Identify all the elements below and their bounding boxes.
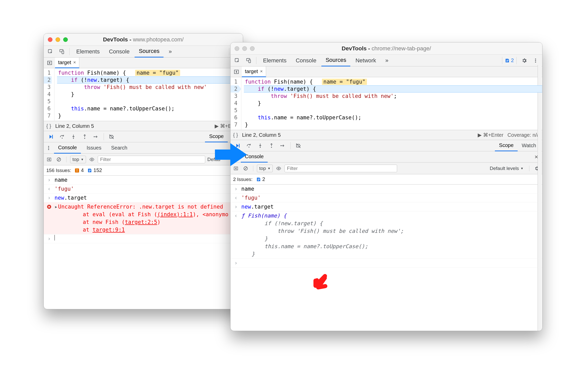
issues-label: 156 Issues: <box>46 168 71 173</box>
source-editor[interactable]: 1234567 function Fish(name) { name = "fu… <box>231 77 542 130</box>
pretty-print-icon[interactable]: { } <box>46 123 51 129</box>
svg-point-31 <box>535 62 536 63</box>
tab-elements[interactable]: Elements <box>72 46 104 58</box>
editor-code[interactable]: function Fish(name) { name = "fugu" if (… <box>55 68 243 121</box>
resume-icon[interactable] <box>46 132 56 142</box>
svg-point-35 <box>260 147 261 148</box>
console-output[interactable]: name 'fugu' new.target ▸Uncaught Referen… <box>44 176 243 243</box>
step-icon[interactable] <box>278 141 288 151</box>
drawer-tab-console[interactable]: Console <box>241 151 268 163</box>
inspect-element-icon[interactable] <box>232 55 242 66</box>
live-expression-icon[interactable] <box>275 163 282 174</box>
console-filter[interactable] <box>98 156 205 163</box>
tab-sources[interactable]: Sources <box>321 55 350 66</box>
drawer-menu-icon[interactable] <box>45 143 52 153</box>
kebab-menu-icon[interactable] <box>530 55 541 66</box>
step-out-icon[interactable] <box>266 141 277 151</box>
tab-more[interactable]: » <box>381 55 393 66</box>
tab-console[interactable]: Console <box>105 46 134 58</box>
issues-summary[interactable]: 2 Issues: 2 <box>231 174 542 185</box>
close-tab-icon[interactable]: × <box>73 60 76 65</box>
titlebar-right: DevTools - chrome://new-tab-page/ <box>231 42 542 55</box>
step-into-icon[interactable] <box>255 141 265 151</box>
live-expression-icon[interactable] <box>88 154 96 165</box>
devtools-main-toolbar: Elements Console Sources Network » 2 <box>231 55 542 66</box>
close-tab-icon[interactable]: × <box>260 69 263 74</box>
svg-point-13 <box>48 149 49 150</box>
svg-rect-45 <box>258 179 260 180</box>
source-editor[interactable]: 1234567 function Fish(name) { name = "fu… <box>44 68 243 121</box>
file-tab-target[interactable]: target × <box>242 66 266 77</box>
console-prompt-row[interactable] <box>44 234 243 243</box>
console-filter-input[interactable] <box>285 165 397 172</box>
svg-point-12 <box>48 147 49 148</box>
console-input-text: name <box>55 176 68 184</box>
tab-more[interactable]: » <box>165 46 176 58</box>
console-caret[interactable] <box>55 235 55 241</box>
drawer-tab-issues[interactable]: Issues <box>82 142 105 154</box>
device-toggle-icon[interactable] <box>243 55 254 66</box>
prompt-icon <box>46 235 52 243</box>
log-levels[interactable]: Default levels▼ <box>488 165 526 172</box>
clear-console-icon[interactable] <box>55 154 63 165</box>
svg-rect-33 <box>239 144 240 147</box>
cursor-position: Line 2, Column 5 <box>242 132 281 138</box>
step-over-icon[interactable] <box>57 132 67 142</box>
scope-tab[interactable]: Scope <box>205 131 228 142</box>
step-icon[interactable] <box>91 132 101 142</box>
prompt-icon <box>46 176 52 184</box>
device-toggle-icon[interactable] <box>57 47 67 57</box>
inspect-element-icon[interactable] <box>45 47 56 57</box>
console-error-row: ▸Uncaught ReferenceError: .new.target is… <box>44 202 243 234</box>
navigator-toggle-icon[interactable] <box>232 67 241 77</box>
settings-icon[interactable] <box>519 55 529 66</box>
issues-summary[interactable]: 156 Issues: 4 152 <box>44 165 243 176</box>
svg-point-37 <box>280 145 281 146</box>
info-count-badge[interactable]: 2 <box>505 58 514 63</box>
scope-tab[interactable]: Scope <box>495 140 518 151</box>
tab-sources[interactable]: Sources <box>135 46 164 58</box>
stack-link[interactable]: target:2:5 <box>125 219 157 225</box>
sources-subtabs: target × <box>44 58 243 68</box>
step-over-icon[interactable] <box>244 141 254 151</box>
console-prompt-row[interactable] <box>231 258 542 268</box>
tab-console[interactable]: Console <box>292 55 321 66</box>
console-controls: top▼ Default levels▼ <box>231 163 542 174</box>
context-selector[interactable]: top▼ <box>70 156 86 163</box>
drawer-menu-icon[interactable] <box>232 152 239 162</box>
clear-console-icon[interactable] <box>242 163 249 174</box>
log-levels[interactable]: Defau <box>207 157 220 162</box>
stack-link[interactable]: target:9:1 <box>93 227 125 233</box>
drawer-tab-search[interactable]: Search <box>107 142 131 154</box>
step-into-icon[interactable] <box>68 132 79 142</box>
navigator-toggle-icon[interactable] <box>45 58 54 68</box>
file-tab-target[interactable]: target × <box>55 58 79 68</box>
deactivate-breakpoints-icon[interactable] <box>106 132 117 142</box>
deactivate-breakpoints-icon[interactable] <box>293 141 303 151</box>
stack-link[interactable]: (index):1:1 <box>157 211 193 218</box>
coverage-label: Coverage: n/a <box>507 132 540 138</box>
drawer-tab-console[interactable]: Console <box>54 142 81 154</box>
resume-icon[interactable] <box>233 141 243 151</box>
svg-point-39 <box>235 156 236 157</box>
pretty-print-icon[interactable]: { } <box>233 132 238 138</box>
svg-point-9 <box>84 138 85 139</box>
svg-point-29 <box>535 59 536 60</box>
console-output[interactable]: name 'fugu' new.target ƒ Fish(name) { if… <box>231 185 542 268</box>
console-sidebar-toggle-icon[interactable] <box>45 154 53 165</box>
tab-elements[interactable]: Elements <box>259 55 291 66</box>
console-sidebar-toggle-icon[interactable] <box>232 163 240 174</box>
svg-rect-26 <box>506 60 508 60</box>
watch-tab[interactable]: Watch <box>518 140 540 151</box>
svg-point-43 <box>278 168 279 169</box>
tab-network[interactable]: Network <box>351 55 380 66</box>
svg-point-8 <box>73 138 74 139</box>
context-selector[interactable]: top▼ <box>257 165 273 172</box>
editor-code[interactable]: function Fish(name) { name = "fugu" if (… <box>241 77 542 130</box>
step-out-icon[interactable] <box>80 132 90 142</box>
console-filter[interactable] <box>285 165 397 172</box>
console-filter-input[interactable] <box>98 156 205 163</box>
svg-point-11 <box>48 146 49 147</box>
drawer-header: Console Issues Search <box>44 142 243 154</box>
expand-icon[interactable]: ▸ <box>55 203 58 211</box>
